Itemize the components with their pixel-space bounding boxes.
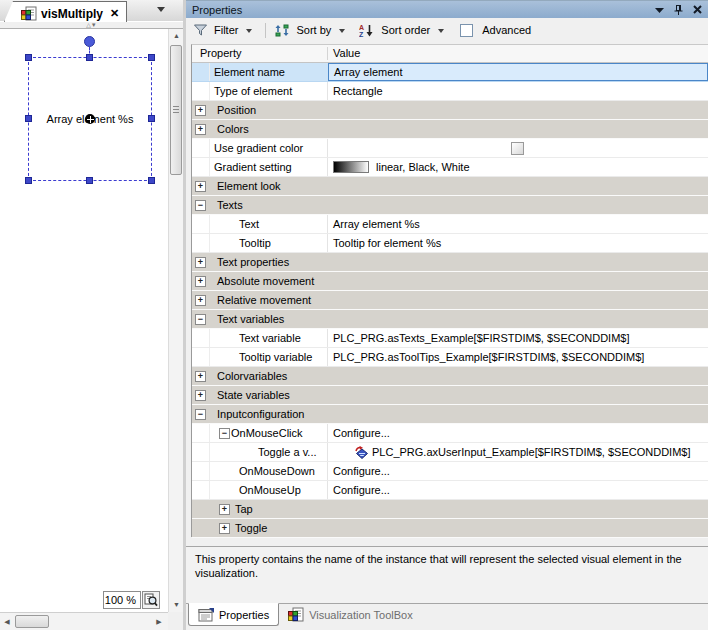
tab-vismultiply[interactable]: visMultiply ✕ xyxy=(4,1,127,22)
collapse-icon-texts[interactable]: − xyxy=(195,200,206,211)
zoom-level-value: 100 % xyxy=(105,594,136,606)
expand-icon-text-properties[interactable]: + xyxy=(195,257,206,268)
group-row-element-look[interactable]: +Element look xyxy=(192,177,708,196)
horizontal-scroll-thumb[interactable] xyxy=(15,615,49,628)
selection-handle-e[interactable] xyxy=(148,115,155,122)
property-row-tooltip-variable[interactable]: Tooltip variablePLC_PRG.asToolTips_Examp… xyxy=(192,348,708,367)
property-row-type-of-element[interactable]: Type of elementRectangle xyxy=(192,82,708,101)
property-row-onmousedown[interactable]: OnMouseDownConfigure... xyxy=(192,462,708,481)
property-value-cell[interactable]: Configure... xyxy=(328,462,708,480)
group-row-inputconfiguration[interactable]: −Inputconfiguration xyxy=(192,405,708,424)
collapsed-toolbox-splitter[interactable]: △▼ xyxy=(0,22,183,29)
zoom-level-box[interactable]: 100 % xyxy=(103,591,141,609)
property-row-tooltip[interactable]: TooltipTooltip for element %s xyxy=(192,234,708,253)
property-row-element-name[interactable]: Element nameArray element xyxy=(192,63,708,82)
property-value-cell[interactable]: Tooltip for element %s xyxy=(328,234,708,252)
expand-icon-state-variables[interactable]: + xyxy=(195,390,206,401)
collapse-icon-inputconfiguration[interactable]: − xyxy=(195,409,206,420)
collapse-icon-text-variables[interactable]: − xyxy=(195,314,206,325)
sort-by-dropdown-icon[interactable] xyxy=(339,29,345,36)
column-header-value[interactable]: Value xyxy=(333,47,360,59)
collapse-icon-onmouseclick[interactable]: − xyxy=(219,428,230,439)
property-row-use-gradient-color[interactable]: Use gradient color xyxy=(192,139,708,158)
group-label: Tap xyxy=(235,503,253,515)
group-row-absolute-movement[interactable]: +Absolute movement xyxy=(192,272,708,291)
gutter-divider xyxy=(209,82,210,100)
property-name-cell: Use gradient color xyxy=(214,142,303,154)
group-row-position[interactable]: +Position xyxy=(192,101,708,120)
sort-order-dropdown-icon[interactable] xyxy=(438,29,444,36)
filter-dropdown-icon[interactable] xyxy=(246,29,252,36)
group-row-tap[interactable]: +Tap xyxy=(192,500,708,519)
selection-handle-s[interactable] xyxy=(86,177,93,184)
property-value-cell[interactable]: Array element %s xyxy=(328,215,708,233)
close-tab-icon[interactable]: ✕ xyxy=(110,7,119,20)
column-divider[interactable] xyxy=(327,47,328,60)
expand-icon-absolute-movement[interactable]: + xyxy=(195,276,206,287)
tab-properties[interactable]: Properties xyxy=(188,603,279,626)
zoom-tool-button[interactable] xyxy=(142,591,160,609)
scroll-left-icon[interactable]: ◀ xyxy=(0,613,14,630)
advanced-checkbox[interactable] xyxy=(460,24,473,37)
property-row-gradient-setting[interactable]: Gradient settinglinear, Black, White xyxy=(192,158,708,177)
property-row-onmouseup[interactable]: OnMouseUpConfigure... xyxy=(192,481,708,500)
property-name-cell: Element name xyxy=(214,66,285,78)
expand-icon-relative-movement[interactable]: + xyxy=(195,295,206,306)
selection-handle-ne[interactable] xyxy=(148,54,155,61)
property-value-cell[interactable] xyxy=(328,139,708,157)
property-value-cell[interactable]: linear, Black, White xyxy=(328,158,708,176)
group-row-colors[interactable]: +Colors xyxy=(192,120,708,139)
property-value-cell[interactable]: PLC_PRG.asTexts_Example[$FIRSTDIM$, $SEC… xyxy=(328,329,708,347)
property-row-text[interactable]: TextArray element %s xyxy=(192,215,708,234)
value-text: Configure... xyxy=(333,465,390,477)
window-menu-chevron-icon[interactable] xyxy=(655,7,664,13)
property-value-cell[interactable]: Configure... xyxy=(328,481,708,499)
pin-icon[interactable] xyxy=(674,5,683,15)
expand-icon-tap[interactable]: + xyxy=(219,504,230,515)
filter-button[interactable]: Filter xyxy=(214,24,238,36)
selection-handle-se[interactable] xyxy=(148,177,155,184)
selection-handle-n[interactable] xyxy=(86,54,93,61)
tab-visualization-toolbox[interactable]: Visualization ToolBox xyxy=(279,603,422,626)
vertical-scroll-thumb[interactable] xyxy=(170,45,182,175)
selection-handle-w[interactable] xyxy=(25,115,32,122)
property-row-text-variable[interactable]: Text variablePLC_PRG.asTexts_Example[$FI… xyxy=(192,329,708,348)
selection-handle-sw[interactable] xyxy=(25,177,32,184)
property-value-cell[interactable]: PLC_PRG.asToolTips_Example[$FIRSTDIM$, $… xyxy=(328,348,708,366)
expand-icon-toggle[interactable]: + xyxy=(219,523,230,534)
expand-icon-position[interactable]: + xyxy=(195,105,206,116)
canvas-vertical-scrollbar[interactable]: ▲ ▼ xyxy=(168,29,183,612)
property-row-onmouseclick[interactable]: −OnMouseClickConfigure... xyxy=(192,424,708,443)
tab-list-dropdown-icon[interactable] xyxy=(157,7,165,16)
column-header-property[interactable]: Property xyxy=(200,47,242,59)
visualization-canvas[interactable]: Array element %s 100 % xyxy=(0,29,168,612)
property-value-cell[interactable]: Configure... xyxy=(328,424,708,442)
group-row-text-variables[interactable]: −Text variables xyxy=(192,310,708,329)
scroll-down-icon[interactable]: ▼ xyxy=(169,598,184,612)
gutter-divider xyxy=(209,481,210,499)
sort-by-icon xyxy=(275,24,289,37)
group-row-text-properties[interactable]: +Text properties xyxy=(192,253,708,272)
group-row-toggle[interactable]: +Toggle xyxy=(192,519,708,538)
expand-icon-colors[interactable]: + xyxy=(195,124,206,135)
use-gradient-color-checkbox[interactable] xyxy=(511,142,524,155)
group-row-state-variables[interactable]: +State variables xyxy=(192,386,708,405)
group-row-relative-movement[interactable]: +Relative movement xyxy=(192,291,708,310)
sort-by-button[interactable]: Sort by xyxy=(296,24,331,36)
scroll-right-icon[interactable]: ▶ xyxy=(152,613,166,630)
property-value-cell[interactable]: Array element xyxy=(328,63,708,81)
expand-icon-colorvariables[interactable]: + xyxy=(195,371,206,382)
selection-handle-nw[interactable] xyxy=(25,54,32,61)
group-row-colorvariables[interactable]: +Colorvariables xyxy=(192,367,708,386)
close-icon[interactable] xyxy=(693,5,702,14)
rotation-handle[interactable] xyxy=(84,36,95,47)
element-center-marker-icon[interactable] xyxy=(85,114,95,124)
expand-icon-element-look[interactable]: + xyxy=(195,181,206,192)
sort-order-button[interactable]: Sort order xyxy=(381,24,430,36)
scroll-up-icon[interactable]: ▲ xyxy=(169,29,184,43)
canvas-horizontal-scrollbar[interactable]: ◀ ▶ xyxy=(0,612,168,630)
property-value-cell[interactable]: Rectangle xyxy=(328,82,708,100)
property-value-cell[interactable]: PLC_PRG.axUserInput_Example[$FIRSTDIM$, … xyxy=(328,443,708,461)
group-row-texts[interactable]: −Texts xyxy=(192,196,708,215)
property-row-toggle-a-v[interactable]: Toggle a v...PLC_PRG.axUserInput_Example… xyxy=(192,443,708,462)
